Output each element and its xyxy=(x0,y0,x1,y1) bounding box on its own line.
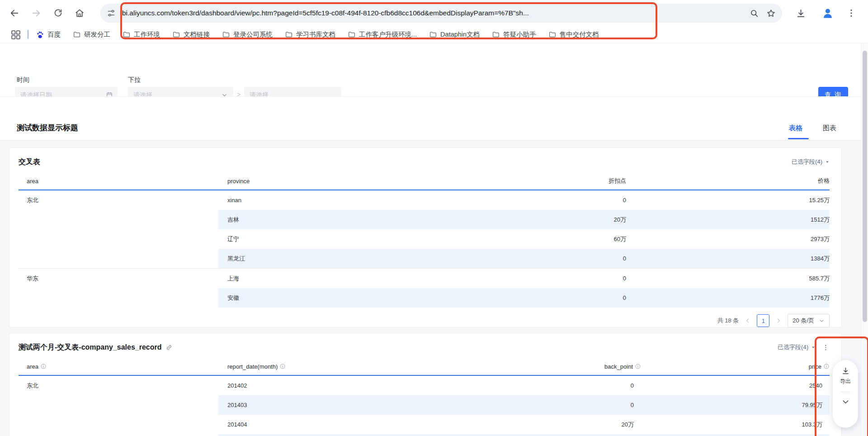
reload-button[interactable] xyxy=(49,4,67,22)
cell-province: 安徽 xyxy=(218,288,423,308)
bookmark-item[interactable]: 研发分工 xyxy=(73,30,110,39)
cell-area xyxy=(19,210,218,229)
bookmark-item[interactable]: Dataphin文档 xyxy=(429,30,480,39)
bookmark-item[interactable]: 百度 xyxy=(36,30,61,39)
baidu-icon xyxy=(36,30,44,39)
cell-price: 1512万 xyxy=(626,210,830,229)
table-row: 黑龙江 0 1384万 xyxy=(19,249,830,268)
bookmark-label: 研发分工 xyxy=(84,30,110,39)
cell-area xyxy=(19,288,218,308)
next-page-button[interactable] xyxy=(774,316,783,326)
export-download-icon[interactable] xyxy=(841,366,850,376)
selected-fields-dropdown[interactable]: 已选字段(4) xyxy=(792,158,830,166)
cell-month: 201403 xyxy=(218,395,422,415)
back-button[interactable] xyxy=(5,4,24,22)
bookmark-label: 工作客户升级环境... xyxy=(359,30,417,39)
cell-area xyxy=(19,249,218,268)
table-row: 吉林 20万 1512万 xyxy=(19,210,830,229)
col-price: price xyxy=(809,363,821,370)
tune-icon[interactable] xyxy=(107,9,116,18)
folder-icon xyxy=(222,30,230,38)
col-back-point: back_point xyxy=(604,363,633,370)
bookmark-label: 答疑小助手 xyxy=(503,30,536,39)
export-label[interactable]: 导出 xyxy=(840,378,851,385)
collapse-chevron-icon[interactable] xyxy=(841,398,850,406)
forward-button[interactable] xyxy=(27,4,45,22)
bookmark-item[interactable]: 登录公司系统 xyxy=(222,30,273,39)
cell-month: 201404 xyxy=(218,415,422,434)
cell-back-point: 0 xyxy=(422,395,641,415)
page-size-value: 20 条/页 xyxy=(793,317,814,325)
downloads-button[interactable] xyxy=(796,4,806,23)
bookmark-item[interactable]: 答疑小助手 xyxy=(492,30,536,39)
chevron-left-icon xyxy=(745,318,751,324)
profile-button[interactable] xyxy=(821,4,835,23)
download-icon xyxy=(796,8,806,19)
cell-area xyxy=(19,229,218,249)
col-report-date: report_date(month) xyxy=(227,363,278,370)
cell-price: 103.3万 xyxy=(641,415,830,434)
search-zoom-icon[interactable] xyxy=(750,9,759,18)
table-row: 201404 20万 103.3万 xyxy=(19,415,830,434)
bookmark-item[interactable]: 售中交付文档 xyxy=(548,30,599,39)
table-row: 201403 0 79.95万 xyxy=(19,395,830,415)
info-icon[interactable] xyxy=(40,363,47,370)
folder-icon xyxy=(73,30,81,38)
col-discount: 折扣点 xyxy=(609,177,626,185)
chevron-down-icon xyxy=(819,318,825,324)
table-row: 辽宁 60万 2973万 xyxy=(19,229,830,249)
cell-back-point: 20万 xyxy=(422,415,641,434)
bookmark-item[interactable]: 学习书库文档 xyxy=(285,30,335,39)
cell-price: 15.25万 xyxy=(626,190,830,210)
selected-fields-label: 已选字段(4) xyxy=(778,343,808,351)
url-text[interactable]: bi.aliyuncs.com/token3rd/dashboard/view/… xyxy=(122,9,745,17)
page-scrollbar[interactable] xyxy=(861,43,868,436)
cell-province: 上海 xyxy=(218,269,423,288)
scrollbar-thumb[interactable] xyxy=(863,51,867,322)
card-title: 交叉表 xyxy=(19,157,40,167)
card-menu-icon[interactable] xyxy=(822,344,830,351)
bookmark-label: 百度 xyxy=(47,30,61,39)
bookmark-item[interactable]: 文档链接 xyxy=(172,30,210,39)
cell-discount: 20万 xyxy=(423,210,626,229)
export-toolbar: 导出 xyxy=(833,360,858,428)
info-icon[interactable] xyxy=(823,363,830,370)
table-header-row: area report_date(month) back_point price xyxy=(19,358,830,376)
folder-icon xyxy=(429,30,437,38)
url-bar[interactable]: bi.aliyuncs.com/token3rd/dashboard/view/… xyxy=(100,4,782,23)
selected-fields-dropdown[interactable]: 已选字段(4) xyxy=(778,343,816,351)
col-price: 价格 xyxy=(818,177,830,185)
time-filter-label: 时间 xyxy=(17,76,29,84)
folder-icon xyxy=(285,30,293,38)
prev-page-button[interactable] xyxy=(743,316,753,326)
cell-province: 黑龙江 xyxy=(218,249,423,268)
bookmark-star-icon[interactable] xyxy=(766,9,776,18)
bookmark-item[interactable]: 工作客户升级环境... xyxy=(348,30,417,39)
chrome-menu-button[interactable] xyxy=(846,4,856,23)
page-size-select[interactable]: 20 条/页 xyxy=(788,314,830,327)
bookmark-label: 文档链接 xyxy=(184,30,210,39)
home-icon xyxy=(75,8,85,18)
bookmark-item[interactable]: 工作环境 xyxy=(123,30,160,39)
bookmarks-divider xyxy=(28,30,28,39)
cell-price: 1384万 xyxy=(626,249,830,268)
info-icon[interactable] xyxy=(279,363,286,370)
forward-icon xyxy=(33,10,40,16)
current-page[interactable]: 1 xyxy=(757,314,769,327)
pill-divider xyxy=(840,392,850,392)
tab-chart[interactable]: 图表 xyxy=(823,124,836,133)
tab-table[interactable]: 表格 xyxy=(789,124,802,133)
dropdown-filter-label: 下拉 xyxy=(128,76,141,84)
avatar xyxy=(821,6,835,20)
folder-icon xyxy=(548,30,557,38)
cell-price: 585.7万 xyxy=(626,269,830,288)
active-tab-underline xyxy=(788,138,809,139)
cell-price: 1776万 xyxy=(626,288,830,308)
info-icon[interactable] xyxy=(635,363,641,370)
link-icon[interactable] xyxy=(165,344,173,351)
apps-grid-icon[interactable] xyxy=(10,29,21,40)
card-title: 测试两个月-交叉表-company_sales_record xyxy=(19,343,162,352)
cell-back-point: 0 xyxy=(422,376,641,395)
home-button[interactable] xyxy=(71,4,89,22)
table-body: 东北 201402 0 2540 201403 0 79.95万 201404 … xyxy=(19,376,830,434)
